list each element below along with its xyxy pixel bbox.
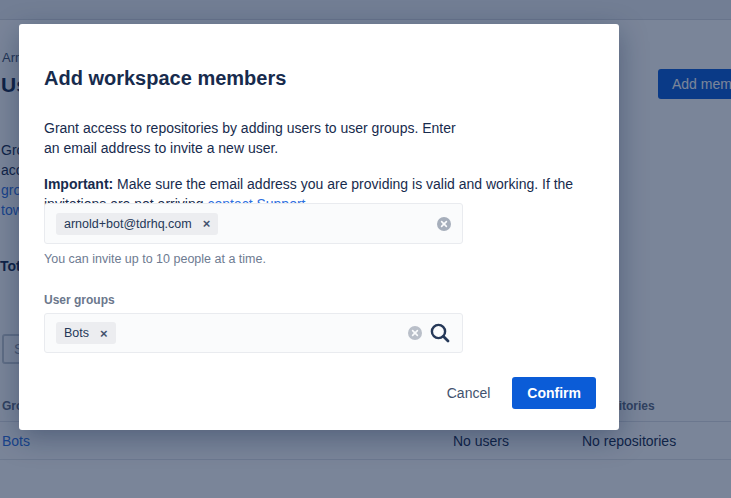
email-field-clear-icon[interactable] [437,217,451,231]
email-tag-label: arnold+bot@tdrhq.com [64,217,192,231]
group-tag-remove-icon[interactable]: × [96,327,112,340]
dialog-footer: Cancel Confirm [447,377,596,409]
dialog-title: Add workspace members [44,67,286,90]
groups-field-clear-icon[interactable] [408,326,422,340]
group-tag-label: Bots [64,326,89,340]
email-tag: arnold+bot@tdrhq.com × [56,213,218,235]
search-icon[interactable] [429,322,451,344]
email-tag-remove-icon[interactable]: × [199,217,215,230]
invite-limit-note: You can invite up to 10 people at a time… [44,252,266,266]
user-groups-field-label: User groups [44,293,115,307]
dialog-intro-line-2: an email address to invite a new user. [44,140,278,156]
cancel-button[interactable]: Cancel [447,385,491,401]
important-label: Important: [44,176,113,192]
confirm-button[interactable]: Confirm [512,377,596,409]
email-invite-field[interactable]: arnold+bot@tdrhq.com × [44,203,463,244]
group-tag: Bots × [56,322,116,344]
dialog-intro-text: Grant access to repositories by adding u… [44,118,584,158]
dialog-intro-line-1: Grant access to repositories by adding u… [44,120,456,136]
add-workspace-members-dialog: Add workspace members Grant access to re… [19,24,619,430]
screen: Arn User groups Grou accou group towar T… [0,0,731,498]
user-groups-picker-field[interactable]: Bots × [44,313,463,353]
